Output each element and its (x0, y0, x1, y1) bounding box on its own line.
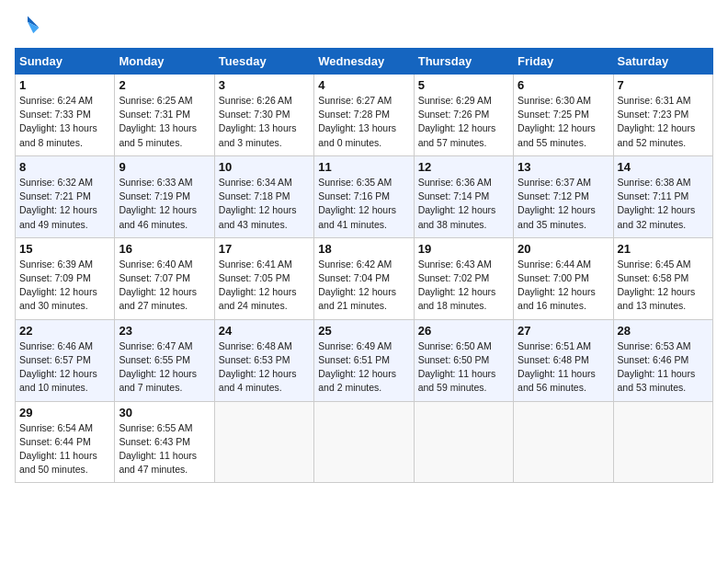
day-detail: Sunrise: 6:48 AMSunset: 6:53 PMDaylight:… (219, 339, 310, 396)
weekday-header-tuesday: Tuesday (214, 49, 313, 75)
weekday-header-friday: Friday (514, 49, 613, 75)
weekday-header-thursday: Thursday (414, 49, 513, 75)
day-number: 2 (119, 78, 210, 92)
day-number: 9 (119, 160, 210, 174)
weekday-header-saturday: Saturday (613, 49, 712, 75)
weekday-header-wednesday: Wednesday (314, 49, 414, 75)
day-detail: Sunrise: 6:53 AMSunset: 6:46 PMDaylight:… (618, 339, 709, 396)
calendar-week-1: 1 Sunrise: 6:24 AMSunset: 7:33 PMDayligh… (16, 75, 713, 156)
day-number: 22 (19, 324, 110, 338)
day-detail: Sunrise: 6:40 AMSunset: 7:07 PMDaylight:… (119, 258, 210, 314)
day-number: 1 (19, 78, 110, 92)
day-number: 13 (518, 160, 609, 174)
logo-icon (15, 15, 40, 40)
calendar-cell: 15 Sunrise: 6:39 AMSunset: 7:09 PMDaylig… (16, 237, 115, 319)
day-number: 25 (318, 324, 409, 338)
weekday-header-sunday: Sunday (16, 49, 115, 75)
calendar-cell: 12 Sunrise: 6:36 AMSunset: 7:14 PMDaylig… (414, 155, 513, 237)
day-detail: Sunrise: 6:25 AMSunset: 7:31 PMDaylight:… (119, 94, 210, 150)
calendar-cell: 26 Sunrise: 6:50 AMSunset: 6:50 PMDaylig… (414, 319, 513, 401)
day-detail: Sunrise: 6:33 AMSunset: 7:19 PMDaylight:… (119, 176, 210, 232)
day-number: 10 (219, 160, 310, 174)
day-detail: Sunrise: 6:43 AMSunset: 7:02 PMDaylight:… (418, 258, 509, 314)
day-detail: Sunrise: 6:55 AMSunset: 6:43 PMDaylight:… (119, 421, 210, 477)
day-number: 24 (219, 324, 310, 338)
calendar-cell (214, 401, 313, 483)
calendar-cell: 13 Sunrise: 6:37 AMSunset: 7:12 PMDaylig… (514, 155, 613, 237)
day-detail: Sunrise: 6:54 AMSunset: 6:44 PMDaylight:… (19, 421, 110, 477)
day-detail: Sunrise: 6:35 AMSunset: 7:16 PMDaylight:… (318, 176, 409, 232)
calendar-cell: 29 Sunrise: 6:54 AMSunset: 6:44 PMDaylig… (16, 401, 115, 483)
day-number: 7 (618, 78, 709, 92)
day-number: 6 (518, 78, 609, 92)
day-number: 29 (19, 406, 110, 419)
page-header (15, 15, 713, 40)
day-number: 21 (618, 242, 709, 256)
day-number: 23 (119, 324, 210, 338)
calendar-cell: 1 Sunrise: 6:24 AMSunset: 7:33 PMDayligh… (16, 75, 115, 156)
day-detail: Sunrise: 6:27 AMSunset: 7:28 PMDaylight:… (318, 94, 409, 150)
calendar-cell: 10 Sunrise: 6:34 AMSunset: 7:18 PMDaylig… (214, 155, 313, 237)
day-detail: Sunrise: 6:32 AMSunset: 7:21 PMDaylight:… (19, 176, 110, 232)
calendar-cell: 3 Sunrise: 6:26 AMSunset: 7:30 PMDayligh… (214, 75, 313, 156)
calendar-cell: 6 Sunrise: 6:30 AMSunset: 7:25 PMDayligh… (514, 75, 613, 156)
calendar-cell: 16 Sunrise: 6:40 AMSunset: 7:07 PMDaylig… (115, 237, 214, 319)
day-number: 16 (119, 242, 210, 256)
day-number: 30 (119, 406, 210, 419)
day-detail: Sunrise: 6:38 AMSunset: 7:11 PMDaylight:… (618, 176, 709, 232)
calendar-cell: 19 Sunrise: 6:43 AMSunset: 7:02 PMDaylig… (414, 237, 513, 319)
calendar-week-4: 22 Sunrise: 6:46 AMSunset: 6:57 PMDaylig… (16, 319, 713, 401)
day-detail: Sunrise: 6:34 AMSunset: 7:18 PMDaylight:… (219, 176, 310, 232)
day-detail: Sunrise: 6:41 AMSunset: 7:05 PMDaylight:… (219, 258, 310, 314)
calendar-cell (613, 401, 712, 483)
calendar-cell: 2 Sunrise: 6:25 AMSunset: 7:31 PMDayligh… (115, 75, 214, 156)
calendar-cell: 23 Sunrise: 6:47 AMSunset: 6:55 PMDaylig… (115, 319, 214, 401)
day-detail: Sunrise: 6:49 AMSunset: 6:51 PMDaylight:… (318, 339, 409, 396)
day-number: 20 (518, 242, 609, 256)
calendar-cell: 7 Sunrise: 6:31 AMSunset: 7:23 PMDayligh… (613, 75, 712, 156)
day-detail: Sunrise: 6:51 AMSunset: 6:48 PMDaylight:… (518, 339, 609, 396)
day-number: 5 (418, 78, 509, 92)
calendar-cell: 28 Sunrise: 6:53 AMSunset: 6:46 PMDaylig… (613, 319, 712, 401)
day-number: 27 (518, 324, 609, 338)
day-number: 28 (618, 324, 709, 338)
day-detail: Sunrise: 6:47 AMSunset: 6:55 PMDaylight:… (119, 339, 210, 396)
day-number: 26 (418, 324, 509, 338)
calendar-week-3: 15 Sunrise: 6:39 AMSunset: 7:09 PMDaylig… (16, 237, 713, 319)
day-number: 17 (219, 242, 310, 256)
weekday-header-monday: Monday (115, 49, 214, 75)
calendar-table: SundayMondayTuesdayWednesdayThursdayFrid… (15, 48, 713, 483)
day-detail: Sunrise: 6:36 AMSunset: 7:14 PMDaylight:… (418, 176, 509, 232)
logo (15, 15, 44, 40)
day-number: 4 (318, 78, 409, 92)
calendar-cell: 24 Sunrise: 6:48 AMSunset: 6:53 PMDaylig… (214, 319, 313, 401)
calendar-cell: 11 Sunrise: 6:35 AMSunset: 7:16 PMDaylig… (314, 155, 414, 237)
day-detail: Sunrise: 6:45 AMSunset: 6:58 PMDaylight:… (618, 258, 709, 314)
calendar-cell: 4 Sunrise: 6:27 AMSunset: 7:28 PMDayligh… (314, 75, 414, 156)
calendar-cell: 5 Sunrise: 6:29 AMSunset: 7:26 PMDayligh… (414, 75, 513, 156)
calendar-cell (314, 401, 414, 483)
day-number: 11 (318, 160, 409, 174)
calendar-cell: 9 Sunrise: 6:33 AMSunset: 7:19 PMDayligh… (115, 155, 214, 237)
calendar-cell: 21 Sunrise: 6:45 AMSunset: 6:58 PMDaylig… (613, 237, 712, 319)
day-number: 14 (618, 160, 709, 174)
calendar-cell: 22 Sunrise: 6:46 AMSunset: 6:57 PMDaylig… (16, 319, 115, 401)
calendar-cell: 30 Sunrise: 6:55 AMSunset: 6:43 PMDaylig… (115, 401, 214, 483)
day-number: 8 (19, 160, 110, 174)
calendar-cell: 17 Sunrise: 6:41 AMSunset: 7:05 PMDaylig… (214, 237, 313, 319)
day-number: 3 (219, 78, 310, 92)
calendar-cell (514, 401, 613, 483)
day-detail: Sunrise: 6:37 AMSunset: 7:12 PMDaylight:… (518, 176, 609, 232)
day-detail: Sunrise: 6:26 AMSunset: 7:30 PMDaylight:… (219, 94, 310, 150)
calendar-cell: 25 Sunrise: 6:49 AMSunset: 6:51 PMDaylig… (314, 319, 414, 401)
day-number: 18 (318, 242, 409, 256)
calendar-cell: 18 Sunrise: 6:42 AMSunset: 7:04 PMDaylig… (314, 237, 414, 319)
calendar-week-5: 29 Sunrise: 6:54 AMSunset: 6:44 PMDaylig… (16, 401, 713, 483)
day-detail: Sunrise: 6:31 AMSunset: 7:23 PMDaylight:… (618, 94, 709, 150)
day-detail: Sunrise: 6:42 AMSunset: 7:04 PMDaylight:… (318, 258, 409, 314)
calendar-cell: 14 Sunrise: 6:38 AMSunset: 7:11 PMDaylig… (613, 155, 712, 237)
day-detail: Sunrise: 6:24 AMSunset: 7:33 PMDaylight:… (19, 94, 110, 150)
day-detail: Sunrise: 6:29 AMSunset: 7:26 PMDaylight:… (418, 94, 509, 150)
calendar-week-2: 8 Sunrise: 6:32 AMSunset: 7:21 PMDayligh… (16, 155, 713, 237)
day-detail: Sunrise: 6:46 AMSunset: 6:57 PMDaylight:… (19, 339, 110, 396)
